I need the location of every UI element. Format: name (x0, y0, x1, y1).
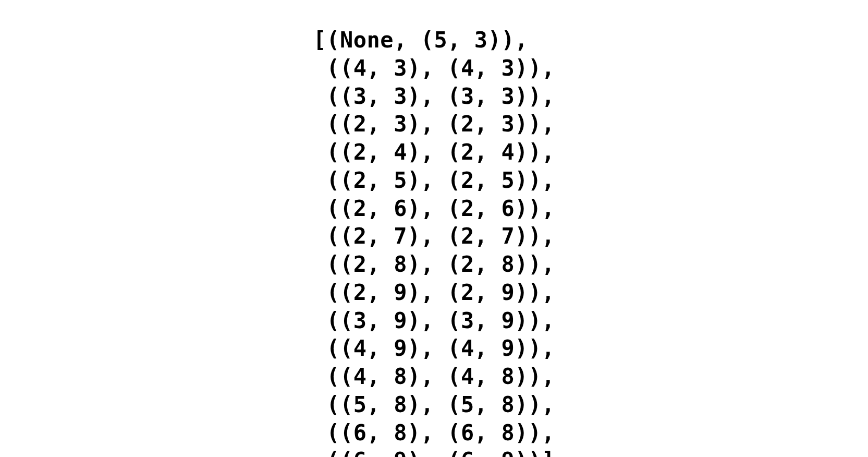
code-output: [(None, (5, 3)), ((4, 3), (4, 3)), ((3, … (313, 22, 555, 457)
